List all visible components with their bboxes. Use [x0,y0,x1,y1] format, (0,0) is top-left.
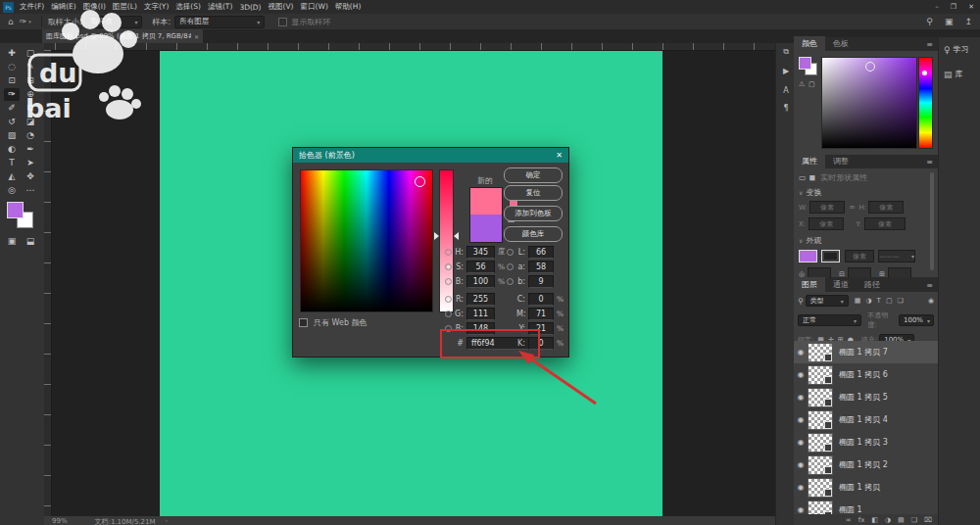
history-brush-tool[interactable]: ↺ [4,116,20,128]
clone-stamp-tool[interactable]: ⧉ [23,102,38,115]
layer-visibility-icon[interactable]: ◉ [794,460,808,469]
link-layers-icon[interactable]: ∞ [846,516,852,524]
menu-window[interactable]: 窗口(W) [301,2,328,12]
g-radio[interactable] [445,310,452,317]
b-radio[interactable] [445,278,452,285]
layer-thumbnail[interactable] [808,455,833,475]
r-input[interactable]: 255 [466,293,495,306]
l-input[interactable]: 66 [528,246,554,259]
layer-visibility-icon[interactable]: ◉ [794,393,808,402]
s-radio[interactable] [445,263,452,270]
eraser-tool[interactable]: ◪ [23,116,38,128]
crop-tool[interactable]: ⊡ [4,74,20,87]
layer-row[interactable]: ◉ 椭圆 1 拷贝 4 [794,408,938,431]
color-libraries-button[interactable]: 颜色库 [504,226,563,242]
layer-name[interactable]: 椭圆 1 拷贝 3 [839,437,888,448]
libraries-panel-item[interactable]: ▤ 库 [944,69,980,79]
layer-name[interactable]: 椭圆 1 拷贝 7 [839,347,888,358]
l-radio[interactable] [507,249,514,256]
menu-3d[interactable]: 3D(D) [239,3,261,12]
tab-channels[interactable]: 通道 [825,277,857,292]
tab-layers[interactable]: 图层 [794,277,825,292]
type-tool[interactable]: T [4,157,20,169]
ok-button[interactable]: 确定 [504,167,563,183]
layer-visibility-icon[interactable]: ◉ [794,483,808,492]
filter-type-icon[interactable]: T [877,297,881,305]
filter-smartobject-icon[interactable]: ❏ [898,297,904,305]
layer-name[interactable]: 椭圆 1 拷贝 2 [839,459,888,470]
b-input[interactable]: 100 [466,275,495,288]
menu-help[interactable]: 帮助(H) [335,2,362,12]
marquee-tool[interactable]: ▢ [23,47,38,60]
layers-menu-icon[interactable]: ≡ [926,281,938,292]
sample-size-dropdown[interactable]: 取样点 [85,16,142,28]
close-button[interactable]: ✕ [968,3,974,11]
layer-name[interactable]: 椭圆 1 拷贝 6 [839,369,888,380]
filter-adjustment-icon[interactable]: ◑ [865,297,871,305]
layer-visibility-icon[interactable]: ◉ [794,438,808,447]
color-field[interactable] [300,169,433,312]
filter-pixel-icon[interactable]: ▦ [855,297,861,305]
slider-handle-left[interactable] [434,232,439,240]
show-ring-checkbox[interactable] [278,18,287,26]
ruler-origin[interactable] [44,43,51,50]
layer-thumbnail[interactable] [808,478,833,498]
blend-mode-dropdown[interactable]: 正常 [798,314,861,326]
layer-row[interactable]: ◉ 椭圆 1 拷贝 5 [794,386,938,408]
delete-layer-icon[interactable]: ⌧ [924,516,932,524]
hue-slider-marker[interactable] [922,71,927,75]
new-layer-icon[interactable]: ❏ [911,516,917,524]
quick-mask-icon[interactable]: ▣ [4,235,20,248]
a-radio[interactable] [507,263,514,270]
tab-close-icon[interactable]: ✕ [194,33,199,40]
move-tool[interactable]: ✚ [4,47,20,60]
workspace-icon[interactable]: ▣ [945,17,954,26]
g-input[interactable]: 111 [466,308,495,320]
sample-dropdown[interactable]: 所有图层 [174,16,265,28]
path-selection-tool[interactable]: ➤ [23,157,38,169]
hand-tool[interactable]: ✥ [23,170,38,183]
minimize-button[interactable]: – [935,3,939,11]
panel-gamut-swatch-icon[interactable]: ▢ [808,80,815,88]
layer-visibility-icon[interactable]: ◉ [794,505,808,514]
eyedropper-options-icon[interactable]: ✑ [20,17,27,26]
layer-filter-dropdown[interactable]: 类型 [806,295,849,307]
height-field[interactable]: 像素 [868,201,904,214]
layer-row[interactable]: ◉ 椭圆 1 拷贝 6 [794,363,938,386]
x-field[interactable]: 像素 [808,217,844,230]
appearance-collapse-icon[interactable]: ∨ [799,237,803,244]
fill-color-swatch[interactable] [799,250,817,262]
healing-brush-tool[interactable]: ⊕ [23,88,38,101]
share-icon[interactable]: ↥ [964,17,972,26]
layer-row[interactable]: ◉ 椭圆 1 拷贝 2 [794,453,938,476]
transform-collapse-icon[interactable]: ∨ [799,189,803,196]
tool-preset-chevron-icon[interactable]: ▾ [28,19,31,24]
layer-name[interactable]: 椭圆 1 拷贝 [839,482,880,493]
add-to-swatches-button[interactable]: 添加到色板 [504,206,563,221]
layer-visibility-icon[interactable]: ◉ [794,348,808,357]
dialog-title-bar[interactable]: 拾色器 (前景色) ✕ [293,148,568,163]
tab-swatches[interactable]: 色板 [825,36,857,51]
learn-panel-item[interactable]: ♀ 学习 [944,44,980,55]
tab-color[interactable]: 颜色 [794,36,825,51]
stroke-width-field[interactable]: 像素 [845,250,874,262]
paragraph-panel-icon[interactable]: ¶ [780,104,792,113]
gradient-tool[interactable]: ▨ [4,129,20,142]
layer-row[interactable]: ◉ 椭圆 1 拷贝 3 [794,431,938,453]
width-field[interactable]: 像素 [809,201,845,214]
filter-toggle-icon[interactable]: ◉ [928,297,934,305]
tab-paths[interactable]: 路径 [857,277,888,292]
brush-tool[interactable]: ✐ [4,102,20,115]
menu-select[interactable]: 选择(S) [175,2,201,12]
lab-b-radio[interactable] [507,278,514,285]
history-panel-icon[interactable]: ⧉ [780,47,792,57]
layer-row[interactable]: ◉ 椭圆 1 拷贝 [794,476,938,499]
properties-scrollbar[interactable] [930,172,934,270]
properties-menu-icon[interactable]: ≡ [926,158,938,168]
lab-b-input[interactable]: 9 [528,275,554,288]
stroke-color-swatch[interactable] [821,250,840,262]
menu-type[interactable]: 文字(Y) [144,2,169,12]
slider-handle-right[interactable] [454,232,459,240]
color-field-marker[interactable] [415,176,425,187]
panel-foreground-swatch[interactable] [799,57,811,70]
